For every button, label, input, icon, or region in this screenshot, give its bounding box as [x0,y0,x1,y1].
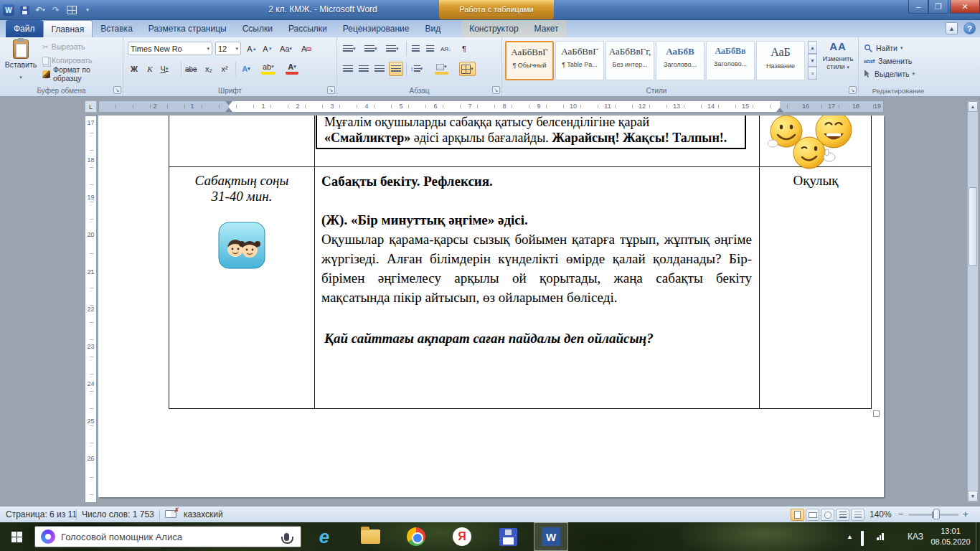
help-icon[interactable]: ? [963,22,976,34]
minimize-ribbon-icon[interactable]: ▲ [946,22,958,34]
qat-customize-icon[interactable]: ▾ [82,4,93,16]
horizontal-ruler[interactable]: 2 1 1 2 3 4 5 6 7 8 9 10 11 12 13 14 15 … [98,100,884,113]
underline-button[interactable]: Ч▾ [158,62,171,76]
taskbar-ie-icon[interactable]: e [307,522,341,551]
microphone-icon[interactable] [284,533,289,541]
text-effects-button[interactable]: А▾ [240,62,253,76]
tab-references[interactable]: Ссылки [235,20,281,37]
highlight-button[interactable]: ab▾ [261,62,275,75]
decrease-indent-button[interactable] [409,42,422,56]
table-tool-icon[interactable] [66,4,77,16]
lesson-stage-cell[interactable]: Сабақтың соңы 31-40 мин. [169,167,314,272]
select-button[interactable]: Выделить▾ [862,67,917,80]
taskbar-explorer-icon[interactable] [353,522,387,551]
italic-button[interactable]: К [143,62,156,76]
language-switcher[interactable]: КАЗ [904,532,927,542]
table-resize-handle[interactable] [873,410,880,417]
style-card-table-paragraph[interactable]: АаБбВвГ ¶ Table Pa... [555,41,604,80]
shrink-font-button[interactable]: А▼ [261,42,274,56]
word-count[interactable]: Число слов: 1 753 [82,509,154,519]
web-layout-view-icon[interactable] [821,509,834,521]
dialog-launcher-icon[interactable]: ↘ [492,86,500,94]
network-icon[interactable] [877,533,884,540]
taskbar-word-icon[interactable]: W [534,522,568,551]
font-color-button[interactable]: А▾ [286,62,298,75]
save-icon[interactable] [19,4,30,16]
lesson-content-cell[interactable]: Сабақты бекіту. Рефлексия. (Ж). «Бір мин… [314,167,759,408]
zoom-out-icon[interactable]: − [898,509,904,519]
multilevel-list-button[interactable]: ▾ [385,42,400,56]
show-desktop-button[interactable] [976,522,980,551]
format-painter-button[interactable]: Формат по образцу [40,67,123,80]
style-card-no-spacing[interactable]: АаБбВвГг, Без интер... [606,41,654,80]
line-spacing-button[interactable]: ↕ ▾ [409,62,424,76]
left-indent-marker[interactable] [225,108,232,112]
bold-button[interactable]: Ж [128,62,141,76]
cut-button[interactable]: ✂ Вырезать [40,40,88,53]
grow-font-button[interactable]: А▲ [245,42,258,56]
hidden-icons-arrow[interactable]: ▲ [847,533,853,540]
undo-icon[interactable]: ↶▾ [34,4,46,16]
word-app-icon[interactable]: W [3,4,14,16]
align-right-button[interactable] [373,62,386,76]
pilcrow-button[interactable]: ¶ [458,42,471,56]
tab-review[interactable]: Рецензирование [335,20,418,37]
scrollbar-thumb[interactable] [969,187,977,266]
shading-button[interactable]: ▾ [435,62,448,75]
find-button[interactable]: Найти▾ [862,42,905,55]
tab-home[interactable]: Главная [43,20,93,37]
minimize-button[interactable]: – [908,0,928,14]
tab-page-layout[interactable]: Разметка страницы [141,20,235,37]
borders-button[interactable]: ▾ [459,62,476,76]
styles-scroll-down-icon[interactable]: ▼ [808,54,817,67]
tab-mailings[interactable]: Рассылки [281,20,335,37]
tab-insert[interactable]: Вставка [93,20,141,37]
outline-view-icon[interactable] [836,509,849,521]
styles-more-icon[interactable]: ≡ [808,67,817,80]
align-left-button[interactable] [341,62,354,76]
subscript-button[interactable]: x₂ [202,62,215,76]
print-layout-view-icon[interactable] [791,509,804,521]
document-page[interactable]: Мұғалім оқушыларды сабаққа қатысу белсен… [98,116,884,497]
style-card-heading2[interactable]: АаБбВв Заголово... [706,41,755,80]
vertical-scrollbar[interactable]: ▲ ▼ [967,100,979,502]
replace-button[interactable]: ab⇄ Заменить [862,55,914,67]
assessment-text-box[interactable]: Мұғалім оқушыларды сабаққа қатысу белсен… [316,116,746,149]
right-indent-marker[interactable] [776,108,783,112]
draft-view-icon[interactable] [851,509,864,521]
paste-button[interactable]: Вставить ▾ [4,39,37,83]
taskbar-search[interactable]: Голосовой помощник Алиса [34,526,301,547]
sort-button[interactable]: АЯ↓ [439,42,453,56]
display-tray-icon[interactable] [861,532,864,545]
dialog-launcher-icon[interactable]: ↘ [113,86,121,94]
tab-file[interactable]: Файл [6,20,43,37]
resources-cell[interactable]: Оқулық [759,173,872,189]
first-line-indent-marker[interactable] [225,101,232,105]
clock[interactable]: 13:01 08.05.2020 [930,526,971,547]
close-button[interactable]: ✕ [950,0,980,14]
dialog-launcher-icon[interactable]: ↘ [327,86,335,94]
zoom-level[interactable]: 140% [870,509,892,519]
tab-selector[interactable]: L [85,100,97,113]
style-card-normal[interactable]: АаБбВвГ ¶ Обычный [505,41,554,80]
restore-button[interactable]: ❐ [928,0,948,14]
bullets-button[interactable]: ▾ [341,42,357,56]
page-indicator[interactable]: Страница: 6 из 11 [6,509,77,519]
start-button[interactable] [0,522,33,551]
style-card-heading1[interactable]: АаБбВ Заголово... [656,41,705,80]
change-styles-button[interactable]: АА Изменить стили ▾ [819,40,857,82]
increase-indent-button[interactable] [423,42,436,56]
font-family-combo[interactable]: Times New Ro ▾ [128,42,212,55]
spellcheck-icon[interactable]: ✗ [165,510,176,518]
tab-table-design[interactable]: Конструктор [461,20,526,37]
tab-view[interactable]: Вид [417,20,448,37]
numbering-button[interactable]: ▾ [363,42,379,56]
scroll-down-icon[interactable]: ▼ [968,491,978,501]
change-case-button[interactable]: Аа▾ [278,42,293,56]
tab-table-layout[interactable]: Макет [527,20,567,37]
scroll-up-icon[interactable]: ▲ [968,101,978,112]
align-center-button[interactable] [357,62,370,76]
justify-button[interactable] [389,62,403,76]
strikethrough-button[interactable]: abe [184,62,199,76]
dialog-launcher-icon[interactable]: ↘ [849,86,857,94]
